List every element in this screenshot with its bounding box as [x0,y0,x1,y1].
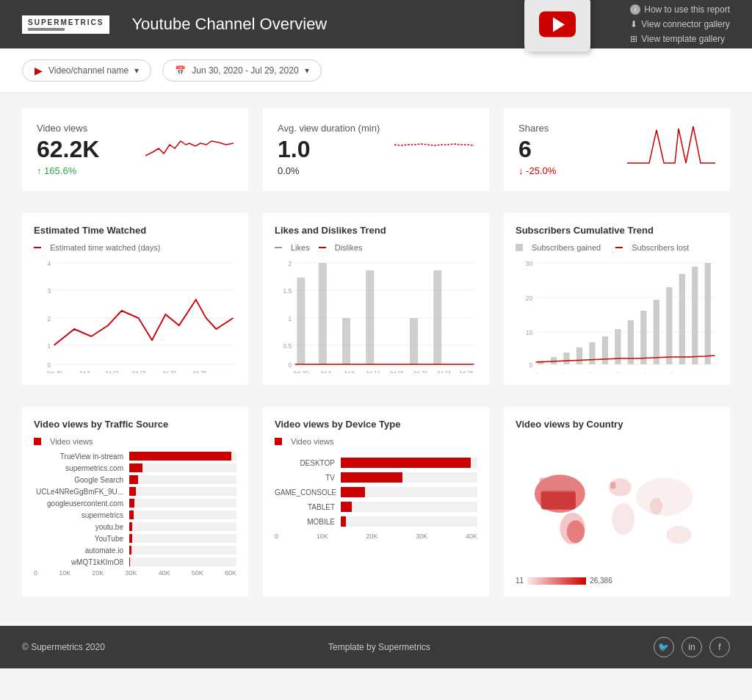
svg-text:Jun 30: Jun 30 [292,369,308,373]
svg-text:30: 30 [526,260,532,267]
svg-text:Jul 20: Jul 20 [162,369,176,373]
svg-rect-28 [342,318,350,364]
how-to-use-link[interactable]: i How to use this report [630,4,730,15]
traffic-x-labels: 0 10K 20K 30K 40K 50K 60K [34,569,236,577]
legend-dot-gray [275,247,282,248]
country-map-area [516,437,718,569]
svg-text:Jul 6: Jul 6 [556,372,567,374]
kpi-avg-duration: Avg. view duration (min) 1.0 0.0% [263,108,489,191]
kpi-value-duration: 1.0 [278,137,380,162]
svg-rect-29 [366,270,374,364]
main-content: Video views 62.2K ↑ 165.6% Avg. view dur… [0,93,752,626]
estimated-time-title: Estimated Time Watched [34,225,236,236]
facebook-icon[interactable]: f [709,637,730,657]
youtube-play-button [539,12,576,37]
device-chart: Video views by Device Type Video views D… [263,407,489,596]
device-bar-row-2: TV [275,472,477,483]
traffic-track-2 [129,463,236,472]
svg-rect-55 [602,336,608,364]
svg-rect-61 [679,274,685,364]
svg-text:1: 1 [288,315,292,322]
traffic-bar-chart: TrueView in-stream supermetrics.com Goog… [34,452,236,577]
svg-point-78 [636,478,693,516]
kpi-label-shares: Shares [518,123,556,134]
kpi-change-duration: 0.0% [278,165,380,176]
svg-text:3: 3 [47,287,51,295]
traffic-track-3 [129,475,236,484]
svg-rect-26 [297,278,305,364]
country-chart: Video views by Country [504,407,730,596]
subscribers-title: Subscribers Cumulative Trend [516,225,718,236]
svg-text:Jul 27: Jul 27 [662,372,675,374]
svg-rect-60 [666,287,672,364]
traffic-bar-row-6: supermetrics [34,510,236,519]
traffic-legend: Video views [34,437,236,446]
likes-dislikes-legend: Likes Dislikes [275,243,477,252]
date-filter[interactable]: 📅 Jun 30, 2020 - Jul 29, 2020 ▾ [162,59,321,82]
logo-bar [28,28,65,31]
svg-rect-58 [640,311,646,364]
likes-dislikes-chart-area: 2 1.5 1 0.5 0 [275,256,477,373]
header: SUPERMETRICS Youtube Channel Overview i … [0,0,752,48]
svg-text:Jul 5: Jul 5 [79,369,90,373]
traffic-bar-row-9: automate.io [34,546,236,555]
traffic-label-8: YouTube [34,535,129,543]
estimated-time-chart-area: 4 3 2 1 0 Jun 30 Jul 5 Jul 10 Jul 15 Jul… [34,256,236,373]
twitter-icon[interactable]: 🐦 [654,637,674,657]
linkedin-icon[interactable]: in [682,637,702,657]
legend-box-red2 [275,438,282,445]
svg-rect-51 [551,357,557,364]
traffic-label-1: TrueView in-stream [34,452,129,461]
legend-dot-red2 [319,247,326,248]
svg-point-80 [666,526,692,544]
channel-filter[interactable]: ▶ Video/channel name ▾ [22,59,151,82]
template-gallery-link[interactable]: ⊞ View template gallery [630,34,730,44]
traffic-bar-row-5: googleusercontent.com [34,499,236,508]
svg-text:Jul 25: Jul 25 [192,369,207,373]
kpi-value-shares: 6 [518,137,556,162]
svg-text:1.5: 1.5 [283,287,292,295]
device-label-4: TABLET [275,503,341,511]
svg-text:0: 0 [288,361,292,369]
traffic-track-1 [129,452,236,461]
legend-box-red [34,438,41,445]
kpi-change-views: ↑ 165.6% [37,165,99,176]
sparkline-views [145,123,234,167]
subscribers-chart-area: 30 20 10 0 [516,256,718,373]
svg-text:0: 0 [529,361,532,369]
kpi-label-views: Video views [37,123,99,134]
traffic-bar-row-2: supermetrics.com [34,463,236,472]
svg-rect-31 [410,318,418,364]
kpi-row: Video views 62.2K ↑ 165.6% Avg. view dur… [22,108,730,191]
bottom-row: Video views by Traffic Source Video view… [22,407,730,596]
traffic-label-2: supermetrics.com [34,464,129,472]
svg-rect-72 [540,478,574,492]
svg-rect-54 [589,342,595,364]
subscribers-legend: Subscribers gained Subscribers lost [516,243,718,252]
sparkline-shares [627,123,715,167]
device-track-4 [341,502,477,512]
svg-text:Jul 15: Jul 15 [131,369,146,373]
color-gradient-bar [527,577,586,585]
device-bar-chart: DESKTOP TV GAME_CONSOLE TABLET [275,458,477,540]
device-bar-row-5: MOBILE [275,516,477,527]
header-links: i How to use this report ⬇ View connecto… [630,4,730,44]
device-label-2: TV [275,474,341,482]
device-bar-row-4: TABLET [275,502,477,512]
traffic-label-3: Google Search [34,476,129,484]
grid-icon: ⊞ [630,34,637,44]
connector-gallery-link[interactable]: ⬇ View connector gallery [630,19,730,29]
likes-dislikes-chart: Likes and Dislikes Trend Likes Dislikes … [263,213,489,385]
page-wrapper: SUPERMETRICS Youtube Channel Overview i … [0,0,752,700]
logo-text: SUPERMETRICS [28,18,104,26]
svg-text:Jul 24: Jul 24 [635,372,648,374]
info-icon: i [630,4,640,15]
traffic-label-7: youtu.be [34,523,129,531]
device-legend: Video views [275,437,477,446]
svg-rect-27 [319,263,327,364]
traffic-track-10 [129,558,236,566]
traffic-bar-row-7: youtu.be [34,522,236,531]
subscribers-chart: Subscribers Cumulative Trend Subscribers… [504,213,730,385]
estimated-time-legend: Estimated time watched (days) [34,243,236,252]
svg-text:Jun 30: Jun 30 [526,372,540,374]
